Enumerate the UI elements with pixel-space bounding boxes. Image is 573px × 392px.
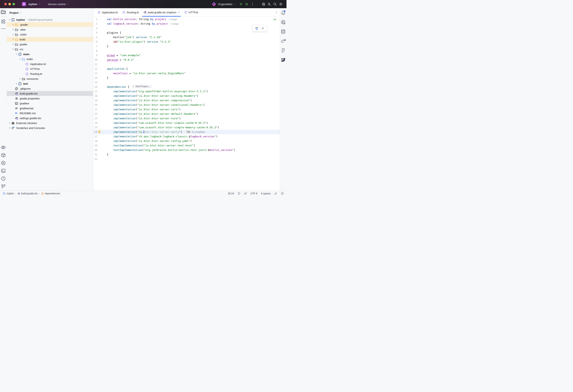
- gradle-sync-icon[interactable]: [255, 26, 258, 30]
- debug-button[interactable]: [244, 1, 250, 7]
- tree-item-kotlin[interactable]: kotlin: [7, 57, 93, 61]
- project-panel-header[interactable]: Project: [7, 8, 93, 17]
- chevron-down-icon[interactable]: [8, 18, 11, 21]
- problems-button[interactable]: [0, 176, 6, 181]
- tree-item-gradle[interactable]: gradle: [7, 42, 93, 47]
- chevron-spacer[interactable]: [12, 116, 15, 120]
- tree-item-readme-md[interactable]: M↓README.md: [7, 111, 93, 116]
- code-line-20[interactable]: 20 implementation("io.ktor:ktor-server-c…: [93, 103, 280, 107]
- chevron-down-icon[interactable]: [18, 57, 22, 61]
- code-line-13[interactable]: 13 mainClass = "io.ktor.server.netty.Eng…: [93, 71, 280, 76]
- code-line-11[interactable]: 11: [93, 62, 280, 67]
- code-line-31[interactable]: 31}: [93, 152, 280, 157]
- services-button[interactable]: [0, 160, 6, 166]
- code-line-3[interactable]: 3: [93, 26, 280, 31]
- tab-build-gradle-kts-myktor-[interactable]: build.gradle.kts (myktor)×: [141, 8, 182, 17]
- structure-button[interactable]: [0, 19, 6, 24]
- settings-button[interactable]: [278, 1, 284, 7]
- tab-options-icon[interactable]: [275, 11, 278, 14]
- code-line-24[interactable]: 24 implementation("com.ucasoft.ktor:ktor…: [93, 121, 280, 125]
- caret-position[interactable]: 26:24: [228, 192, 234, 195]
- tree-item-main[interactable]: main: [7, 52, 93, 57]
- chevron-spacer[interactable]: [12, 97, 15, 100]
- user-plus-button[interactable]: [266, 1, 272, 7]
- code-line-17[interactable]: 17 implementation("org.openfolder:kotlin…: [93, 89, 280, 94]
- preview-eye-button[interactable]: [0, 145, 6, 150]
- code-line-7[interactable]: 7}: [93, 44, 280, 49]
- code-line-21[interactable]: 21 implementation("io.ktor:ktor-server-c…: [93, 107, 280, 112]
- ai-assistant-button[interactable]: [261, 1, 266, 7]
- chevron-right-icon[interactable]: [15, 82, 18, 85]
- chevron-down-icon[interactable]: [12, 48, 15, 51]
- add-plugins-hint[interactable]: Add Plugins...: [132, 85, 152, 88]
- tab-application-kt[interactable]: Application.kt: [95, 8, 120, 17]
- highlighting-level-icon[interactable]: [237, 192, 241, 195]
- version-control-menu[interactable]: Version control: [48, 3, 69, 6]
- tree-item-http-kt[interactable]: HTTP.kt: [7, 66, 93, 71]
- chevron-spacer[interactable]: [12, 87, 15, 90]
- intention-bulb-icon[interactable]: [98, 130, 101, 134]
- terminal-button[interactable]: [0, 168, 6, 174]
- tree-item-application-kt[interactable]: Application.kt: [7, 61, 93, 66]
- code-line-16[interactable]: 16dependencies { Add Plugins...: [93, 85, 280, 89]
- encoding[interactable]: UTF-8: [251, 192, 257, 195]
- project-menu[interactable]: myktor: [29, 3, 41, 6]
- chevron-right-icon[interactable]: [12, 28, 15, 31]
- notifications-button[interactable]: [281, 10, 286, 15]
- breadcrumb-myktor[interactable]: myktor: [3, 192, 14, 195]
- tree-item-external-libraries[interactable]: External Libraries: [7, 121, 93, 125]
- tree-item-build[interactable]: build: [7, 37, 93, 42]
- breadcrumb-dependencies[interactable]: dependencies: [41, 192, 60, 195]
- database-button[interactable]: [281, 29, 286, 34]
- chevron-spacer[interactable]: [12, 92, 15, 95]
- code-line-6[interactable]: 6 id("io.ktor.plugin") version "3.2.3": [93, 39, 280, 44]
- chevron-right-icon[interactable]: [12, 38, 15, 41]
- run-configuration-selector[interactable]: EngineMain: [212, 3, 236, 6]
- code-line-1[interactable]: 1val kotlin_version: String by project1 …: [93, 17, 280, 21]
- tree-item-gradlew-bat[interactable]: gradlew.bat: [7, 106, 93, 111]
- line-separator[interactable]: LF: [244, 192, 247, 195]
- python-packages-button[interactable]: [0, 153, 6, 158]
- chevron-spacer[interactable]: [12, 107, 15, 110]
- code-line-22[interactable]: 22 implementation("io.ktor:ktor-server-d…: [93, 112, 280, 116]
- tree-item--idea[interactable]: .idea: [7, 27, 93, 32]
- code-line-32[interactable]: 32: [93, 157, 280, 161]
- code-line-10[interactable]: 10version = "0.0.1": [93, 58, 280, 62]
- chevron-spacer[interactable]: [22, 67, 25, 71]
- tree-item-build-gradle-kts[interactable]: build.gradle.kts: [7, 91, 93, 96]
- chevron-spacer[interactable]: [12, 102, 15, 105]
- close-icon[interactable]: [261, 26, 265, 30]
- minimize-window-button[interactable]: [8, 3, 11, 5]
- code-line-5[interactable]: 5 kotlin("jvm") version "2.1.10": [93, 35, 280, 39]
- chevron-spacer[interactable]: [22, 72, 25, 75]
- tree-item--gitignore[interactable]: .gitignore: [7, 86, 93, 91]
- version-control-branch-button[interactable]: [0, 184, 6, 189]
- chevron-right-icon[interactable]: [12, 23, 15, 26]
- ai-assistant-button[interactable]: [281, 19, 286, 25]
- code-line-9[interactable]: 9group = "com.example": [93, 53, 280, 58]
- code-line-15[interactable]: 15: [93, 80, 280, 85]
- code-line-26[interactable]: 26 implementation("io.ktor:ktor-server-n…: [93, 130, 280, 134]
- inspection-widget-icon[interactable]: [281, 192, 284, 195]
- search-button[interactable]: [272, 1, 278, 7]
- python-console-button[interactable]: [281, 48, 286, 53]
- chevron-spacer[interactable]: [22, 62, 25, 66]
- code-line-18[interactable]: 18 implementation("io.ktor:ktor-server-c…: [93, 94, 280, 98]
- chevron-right-icon[interactable]: [12, 43, 15, 46]
- more-vertical-button[interactable]: [250, 1, 255, 7]
- chevron-right-icon[interactable]: [18, 77, 22, 80]
- gradle-button[interactable]: [281, 38, 286, 44]
- chevron-down-icon[interactable]: [15, 53, 18, 56]
- code-line-4[interactable]: 4plugins {: [93, 31, 280, 35]
- code-line-29[interactable]: 29 testImplementation("io.ktor:ktor-serv…: [93, 143, 280, 148]
- code-editor[interactable]: 1val kotlin_version: String by project1 …: [93, 17, 280, 191]
- code-line-14[interactable]: 14}: [93, 76, 280, 80]
- chevron-right-icon[interactable]: [12, 33, 15, 36]
- tree-item-myktor[interactable]: myktor~/IdeaProjects/myktor: [7, 17, 93, 22]
- close-tab-icon[interactable]: ×: [178, 11, 180, 14]
- tree-item-scratches-and-consoles[interactable]: Scratches and Consoles: [7, 125, 93, 130]
- breadcrumb-build-gradle-kts[interactable]: build.gradle.kts: [17, 192, 38, 195]
- tree-item-gradlew[interactable]: gradlew: [7, 101, 93, 106]
- tree-item-settings-gradle-kts[interactable]: settings.gradle.kts: [7, 116, 93, 121]
- code-line-28[interactable]: 28 implementation("io.ktor:ktor-server-c…: [93, 139, 280, 143]
